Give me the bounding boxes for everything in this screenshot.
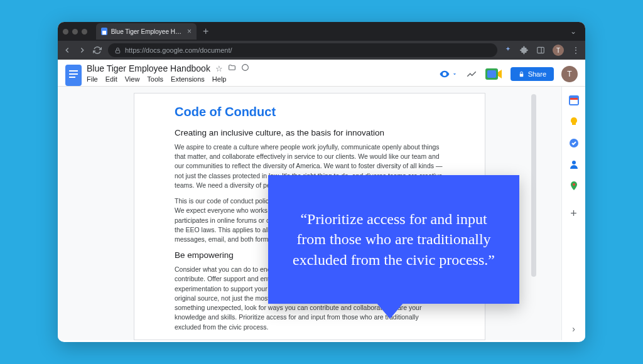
menu-edit[interactable]: Edit bbox=[105, 75, 117, 83]
docs-actions: Share T bbox=[439, 66, 578, 82]
document-title[interactable]: Blue Tiger Employee Handbook bbox=[87, 63, 210, 73]
url-bar: https://docs.google.com/document/ T ⋮ bbox=[58, 41, 585, 60]
svg-rect-1 bbox=[538, 47, 544, 53]
maps-icon[interactable] bbox=[569, 181, 579, 191]
svg-rect-0 bbox=[116, 50, 119, 53]
share-label: Share bbox=[528, 70, 546, 78]
new-tab-button[interactable]: + bbox=[203, 26, 208, 37]
svg-rect-13 bbox=[570, 98, 578, 100]
window-maximize-dot[interactable] bbox=[82, 29, 87, 35]
svg-rect-9 bbox=[487, 70, 496, 78]
docs-favicon bbox=[101, 28, 107, 35]
contacts-icon[interactable] bbox=[569, 159, 579, 169]
url-text: https://docs.google.com/document/ bbox=[125, 46, 232, 54]
svg-rect-3 bbox=[65, 65, 82, 86]
docs-header: Blue Tiger Employee Handbook ☆ File Edit… bbox=[58, 60, 585, 87]
forward-icon[interactable] bbox=[78, 46, 87, 55]
dropdown-icon bbox=[451, 71, 458, 77]
star-icon[interactable]: ☆ bbox=[215, 64, 223, 73]
docs-logo-icon[interactable] bbox=[65, 65, 82, 86]
tab-title: Blue Tiger Employee Handbook bbox=[111, 28, 182, 35]
doc-status-icon[interactable] bbox=[241, 63, 249, 73]
lock-icon bbox=[518, 71, 525, 78]
menu-extensions[interactable]: Extensions bbox=[171, 75, 205, 83]
docs-title-area: Blue Tiger Employee Handbook ☆ File Edit… bbox=[87, 63, 434, 85]
calendar-icon[interactable] bbox=[569, 95, 579, 105]
url-field[interactable]: https://docs.google.com/document/ bbox=[108, 43, 497, 57]
sparkle-icon[interactable] bbox=[504, 46, 512, 55]
scrollbar-thumb[interactable] bbox=[531, 94, 536, 277]
docs-menubar: File Edit View Tools Extensions Help bbox=[87, 75, 434, 85]
side-panel: + › bbox=[561, 87, 585, 340]
panel-icon[interactable] bbox=[536, 46, 545, 55]
svg-point-16 bbox=[573, 183, 575, 186]
doc-heading: Code of Conduct bbox=[175, 105, 445, 119]
move-folder-icon[interactable] bbox=[228, 63, 236, 73]
history-icon[interactable] bbox=[465, 68, 478, 80]
menu-file[interactable]: File bbox=[87, 75, 98, 83]
menu-view[interactable]: View bbox=[125, 75, 140, 83]
quote-text: “Prioritize access for and input from th… bbox=[288, 209, 499, 270]
scrollbar[interactable] bbox=[531, 92, 536, 335]
tasks-icon[interactable] bbox=[569, 138, 579, 148]
svg-rect-5 bbox=[69, 73, 78, 75]
svg-rect-4 bbox=[69, 70, 78, 72]
svg-rect-6 bbox=[69, 77, 75, 78]
eye-icon bbox=[439, 68, 450, 80]
back-icon[interactable] bbox=[63, 46, 72, 55]
tab-strip: Blue Tiger Employee Handbook × + ⌄ bbox=[58, 22, 585, 41]
menu-tools[interactable]: Tools bbox=[147, 75, 163, 83]
reload-icon[interactable] bbox=[93, 46, 102, 55]
browser-menu-icon[interactable]: ⋮ bbox=[571, 45, 580, 55]
meet-icon[interactable] bbox=[485, 68, 503, 80]
browser-window: Blue Tiger Employee Handbook × + ⌄ https… bbox=[58, 22, 585, 342]
visibility-button[interactable] bbox=[439, 68, 458, 80]
browser-tab[interactable]: Blue Tiger Employee Handbook × bbox=[96, 23, 197, 40]
svg-rect-10 bbox=[519, 73, 523, 77]
menu-help[interactable]: Help bbox=[212, 75, 227, 83]
section1-title: Creating an inclusive culture, as the ba… bbox=[175, 128, 445, 137]
share-button[interactable]: Share bbox=[511, 67, 554, 81]
svg-point-7 bbox=[242, 65, 249, 71]
tabs-overflow-icon[interactable]: ⌄ bbox=[570, 27, 580, 36]
quote-overlay: “Prioritize access for and input from th… bbox=[268, 175, 519, 304]
extensions-icon[interactable] bbox=[520, 46, 529, 55]
add-on-icon[interactable]: + bbox=[570, 207, 577, 220]
account-avatar[interactable]: T bbox=[561, 66, 578, 82]
tab-close-icon[interactable]: × bbox=[187, 27, 192, 36]
keep-icon[interactable] bbox=[569, 117, 579, 127]
url-right-icons: T ⋮ bbox=[504, 45, 580, 56]
window-controls bbox=[63, 29, 87, 35]
lock-icon bbox=[114, 47, 121, 54]
profile-avatar-icon[interactable]: T bbox=[553, 45, 564, 56]
window-close-dot[interactable] bbox=[63, 29, 68, 35]
svg-point-15 bbox=[572, 161, 576, 164]
window-minimize-dot[interactable] bbox=[72, 29, 78, 35]
collapse-panel-icon[interactable]: › bbox=[572, 324, 575, 334]
